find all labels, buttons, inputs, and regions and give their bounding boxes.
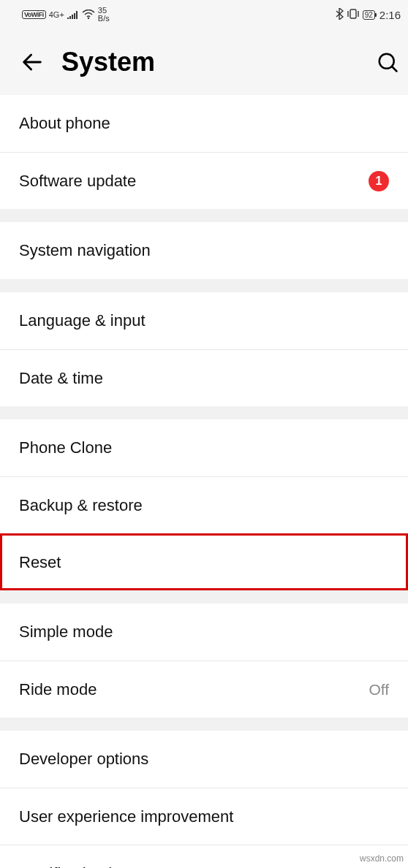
row-backup-restore[interactable]: Backup & restore: [0, 476, 408, 533]
row-label: Reset: [19, 553, 61, 572]
row-phone-clone[interactable]: Phone Clone: [0, 419, 408, 476]
row-label: Ride mode: [19, 680, 97, 699]
back-button[interactable]: [16, 46, 48, 78]
row-label: Phone Clone: [19, 438, 112, 457]
search-button[interactable]: [373, 47, 402, 77]
vowifi-badge: VoWiFi: [22, 10, 46, 19]
battery-icon: 92: [363, 10, 375, 20]
row-language-input[interactable]: Language & input: [0, 292, 408, 349]
settings-group: Simple modeRide modeOff: [0, 604, 408, 717]
row-about-phone[interactable]: About phone: [0, 95, 408, 152]
arrow-left-icon: [20, 50, 45, 75]
row-label: Date & time: [19, 369, 103, 388]
watermark: wsxdn.com: [360, 853, 404, 864]
row-certification-logos[interactable]: Certification logos: [0, 845, 408, 868]
row-label: Developer options: [19, 750, 148, 769]
row-system-navigation[interactable]: System navigation: [0, 222, 408, 279]
network-type: 4G+: [49, 11, 64, 19]
svg-point-0: [88, 17, 89, 18]
row-value: Off: [369, 681, 389, 698]
settings-group: Developer optionsUser experience improve…: [0, 731, 408, 868]
page-title: System: [61, 47, 155, 77]
bluetooth-icon: [336, 8, 344, 22]
header: System: [0, 29, 408, 95]
status-right: 92 2:16: [336, 8, 401, 22]
row-reset[interactable]: Reset: [0, 533, 408, 590]
svg-rect-1: [350, 9, 356, 18]
settings-group: Language & inputDate & time: [0, 292, 408, 406]
row-software-update[interactable]: Software update1: [0, 152, 408, 209]
settings-group: Phone CloneBackup & restoreReset: [0, 419, 408, 590]
row-simple-mode[interactable]: Simple mode: [0, 604, 408, 660]
row-ride-mode[interactable]: Ride modeOff: [0, 660, 408, 717]
row-date-time[interactable]: Date & time: [0, 349, 408, 406]
row-label: Certification logos: [19, 864, 147, 869]
row-label: Software update: [19, 172, 136, 191]
notification-badge: 1: [369, 171, 389, 191]
network-speed: 35 B/s: [98, 7, 110, 23]
row-user-experience-improvement[interactable]: User experience improvement: [0, 788, 408, 845]
settings-group: System navigation: [0, 222, 408, 279]
signal-icon: [67, 9, 79, 21]
row-developer-options[interactable]: Developer options: [0, 731, 408, 788]
row-label: User experience improvement: [19, 807, 233, 826]
status-bar: VoWiFi 4G+ 35 B/s 92 2:16: [0, 0, 408, 29]
row-label: Simple mode: [19, 623, 113, 642]
row-label: About phone: [19, 114, 110, 133]
speed-unit: B/s: [98, 15, 110, 23]
status-left: VoWiFi 4G+ 35 B/s: [22, 7, 110, 23]
row-label: Backup & restore: [19, 496, 143, 515]
settings-group: About phoneSoftware update1: [0, 95, 408, 209]
vibrate-icon: [347, 9, 360, 21]
wifi-icon: [82, 9, 95, 21]
row-label: System navigation: [19, 241, 151, 260]
row-label: Language & input: [19, 311, 146, 330]
clock: 2:16: [379, 9, 401, 21]
settings-list: About phoneSoftware update1System naviga…: [0, 95, 408, 868]
search-icon: [377, 51, 398, 73]
